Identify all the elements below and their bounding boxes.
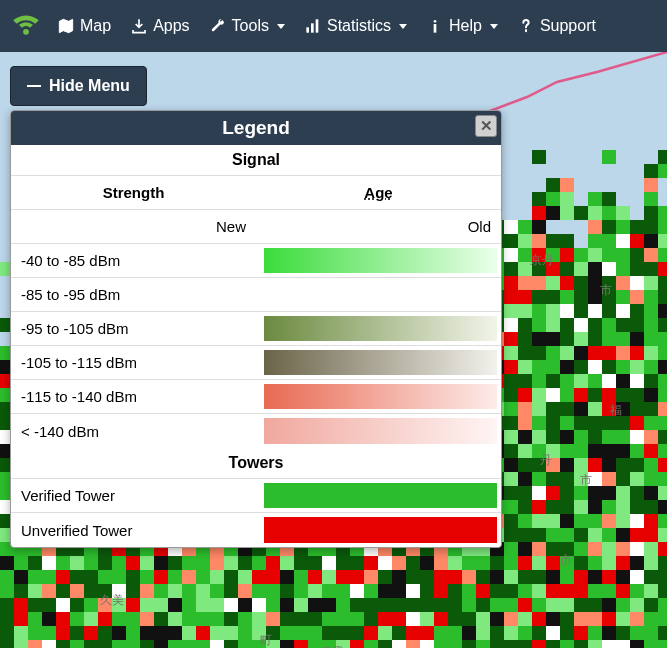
coverage-cell [252,584,266,598]
wrench-icon [210,18,226,34]
nav-help[interactable]: Help [417,0,508,52]
signal-row-label: -105 to -115 dBm [11,346,264,379]
coverage-cell [14,598,28,612]
coverage-cell [616,612,630,626]
coverage-cell [644,178,658,192]
coverage-cell [644,360,658,374]
coverage-cell [98,570,112,584]
svg-rect-3 [316,19,319,32]
coverage-cell [504,444,518,458]
coverage-cell [322,584,336,598]
coverage-cell [644,514,658,528]
coverage-cell [546,248,560,262]
coverage-cell [616,234,630,248]
coverage-cell [518,528,532,542]
coverage-cell [630,640,644,648]
coverage-cell [140,570,154,584]
coverage-cell [560,360,574,374]
coverage-cell [504,304,518,318]
coverage-cell [518,612,532,626]
coverage-cell [0,556,14,570]
coverage-cell [602,570,616,584]
age-new-label: New [11,210,256,243]
hide-menu-label: Hide Menu [49,77,130,95]
coverage-cell [630,332,644,346]
nav-statistics[interactable]: Statistics [295,0,417,52]
coverage-cell [336,556,350,570]
coverage-cell [560,206,574,220]
coverage-cell [644,374,658,388]
coverage-cell [364,584,378,598]
coverage-cell [574,206,588,220]
coverage-cell [546,234,560,248]
coverage-cell [630,556,644,570]
coverage-cell [56,626,70,640]
coverage-cell [448,640,462,648]
coverage-cell [518,332,532,346]
coverage-cell [182,640,196,648]
close-button[interactable]: ✕ [475,115,497,137]
coverage-cell [294,584,308,598]
coverage-cell [210,598,224,612]
coverage-cell [308,570,322,584]
coverage-cell [602,262,616,276]
coverage-cell [560,486,574,500]
coverage-cell [658,290,667,304]
coverage-cell [280,626,294,640]
coverage-cell [532,318,546,332]
coverage-cell [518,304,532,318]
nav-map[interactable]: Map [48,0,121,52]
signal-row-label: -115 to -140 dBm [11,380,264,413]
coverage-cell [602,500,616,514]
hide-menu-button[interactable]: Hide Menu [10,66,147,106]
coverage-cell [616,444,630,458]
coverage-cell [504,556,518,570]
coverage-cell [336,640,350,648]
coverage-cell [602,444,616,458]
coverage-cell [238,626,252,640]
coverage-cell [224,626,238,640]
coverage-cell [602,514,616,528]
coverage-cell [336,626,350,640]
nav-apps[interactable]: Apps [121,0,199,52]
coverage-cell [406,598,420,612]
coverage-cell [168,584,182,598]
coverage-cell [602,276,616,290]
coverage-cell [560,304,574,318]
coverage-cell [210,556,224,570]
coverage-cell [238,570,252,584]
coverage-cell [602,388,616,402]
coverage-cell [630,290,644,304]
coverage-cell [28,640,42,648]
coverage-cell [350,626,364,640]
coverage-cell [630,458,644,472]
coverage-cell [546,500,560,514]
coverage-cell [406,640,420,648]
coverage-cell [504,584,518,598]
nav-support[interactable]: Support [508,0,606,52]
coverage-cell [560,318,574,332]
coverage-cell [196,556,210,570]
coverage-cell [224,598,238,612]
coverage-cell [560,248,574,262]
coverage-cell [140,556,154,570]
nav-tools[interactable]: Tools [200,0,295,52]
coverage-cell [42,612,56,626]
coverage-cell [238,612,252,626]
coverage-cell [322,598,336,612]
coverage-cell [616,290,630,304]
info-icon [427,18,443,34]
coverage-cell [574,528,588,542]
coverage-cell [140,584,154,598]
coverage-cell [238,598,252,612]
coverage-cell [560,262,574,276]
caret-down-icon [490,24,498,29]
coverage-cell [616,248,630,262]
coverage-cell [308,584,322,598]
coverage-cell [266,626,280,640]
coverage-cell [560,346,574,360]
coverage-cell [154,584,168,598]
coverage-cell [546,570,560,584]
coverage-cell [28,612,42,626]
coverage-cell [504,570,518,584]
